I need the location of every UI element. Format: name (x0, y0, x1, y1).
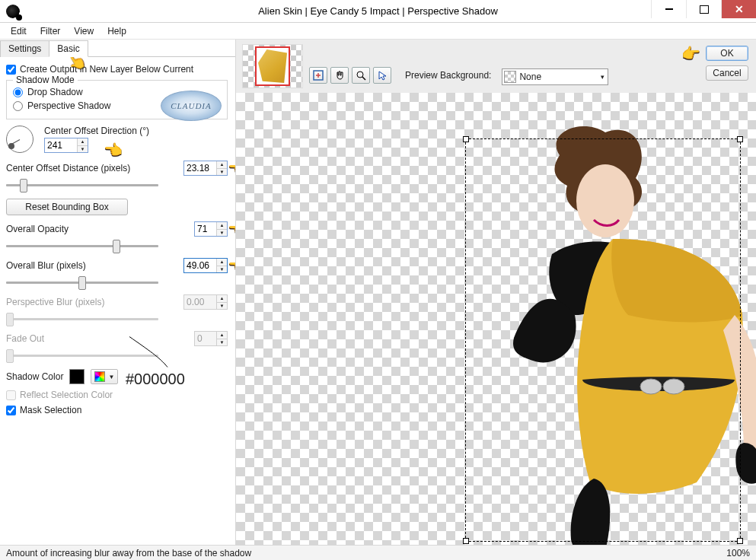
selection-handle-br[interactable] (737, 538, 743, 544)
preview-bg-value: None (519, 72, 541, 82)
menu-filter[interactable]: Filter (34, 24, 67, 38)
perspective-blur-input (184, 296, 216, 308)
reflect-selection-label: Reflect Selection Color (20, 390, 113, 400)
radio-perspective-shadow[interactable] (13, 101, 23, 111)
cursor-icon (377, 70, 388, 81)
overall-blur-label: Overall Blur (pixels) (6, 260, 86, 271)
dir-step-up[interactable]: ▲ (78, 138, 88, 146)
tab-settings[interactable]: Settings (0, 40, 49, 57)
layer-thumbnail-strip[interactable] (242, 44, 303, 88)
radio-perspective-shadow-label: Perspective Shadow (27, 100, 110, 111)
tabs: Settings Basic (0, 40, 235, 57)
reset-bounding-box-button[interactable]: Reset Bounding Box (6, 199, 128, 215)
titlebar: Alien Skin | Eye Candy 5 Impact | Perspe… (0, 0, 756, 23)
center-offset-dist-spin: ▲ ▼ (183, 161, 228, 176)
blur-step-up[interactable]: ▲ (217, 259, 227, 266)
maximize-button[interactable] (686, 0, 721, 18)
reflect-selection-checkbox (6, 390, 16, 400)
overall-blur-input[interactable] (184, 259, 216, 272)
main-area: Settings Basic Create Output in New Laye… (0, 40, 756, 545)
dir-step-down[interactable]: ▼ (78, 146, 88, 153)
statusbar: Amount of increasing blur away from the … (0, 545, 756, 560)
opacity-step-up[interactable]: ▲ (217, 222, 227, 230)
mask-selection-label: Mask Selection (20, 405, 81, 415)
cancel-button[interactable]: Cancel (706, 65, 748, 81)
radio-drop-shadow[interactable] (13, 88, 23, 97)
shadow-color-swatch[interactable] (69, 369, 85, 384)
tab-basic[interactable]: Basic (49, 40, 88, 57)
close-button[interactable] (721, 0, 756, 18)
selection-box[interactable] (465, 138, 741, 542)
fade-step-up: ▲ (217, 332, 227, 339)
selection-handle-bl[interactable] (463, 538, 469, 544)
pblur-step-down: ▼ (217, 303, 227, 310)
chevron-down-icon: ▾ (601, 73, 604, 81)
perspective-blur-slider (6, 313, 158, 326)
center-offset-dist-slider[interactable] (6, 179, 158, 192)
window-title: Alien Skin | Eye Candy 5 Impact | Perspe… (0, 5, 756, 17)
center-offset-dist-label: Center Offset Distance (pixels) (6, 163, 130, 173)
selection-handle-tl[interactable] (463, 136, 469, 142)
fit-view-button[interactable] (309, 67, 327, 84)
perspective-blur-label: Perspective Blur (pixels) (6, 297, 104, 307)
zoom-button[interactable] (352, 67, 370, 84)
blur-step-down[interactable]: ▼ (217, 266, 227, 273)
fade-out-spin: ▲ ▼ (194, 331, 228, 346)
menu-help[interactable]: Help (101, 24, 132, 38)
dist-step-up[interactable]: ▲ (217, 161, 227, 169)
overall-opacity-spin: ▲ ▼ (194, 221, 228, 237)
overall-opacity-input[interactable] (195, 223, 216, 235)
claudia-badge-text: CLAUDIA (171, 101, 211, 110)
menu-edit[interactable]: Edit (5, 24, 33, 38)
preview-toolbar: Preview Background: None ▾ OK 👉 Cancel (236, 40, 756, 93)
overall-opacity-label: Overall Opacity (6, 224, 69, 234)
svg-point-1 (357, 72, 363, 78)
minimize-button[interactable] (651, 0, 686, 18)
overall-opacity-slider[interactable] (6, 240, 158, 253)
hand-icon (334, 70, 345, 81)
selected-thumbnail[interactable] (255, 46, 290, 86)
shadow-mode-legend: Shadow Mode (13, 75, 78, 85)
fit-view-icon (313, 70, 324, 81)
center-offset-dir-spin: ▲ ▼ (44, 138, 88, 153)
perspective-blur-spin: ▲ ▼ (183, 294, 228, 310)
center-offset-dir-label: Center Offset Direction (°) (44, 126, 149, 136)
mask-selection-checkbox[interactable] (6, 406, 16, 415)
preview-bg-label: Preview Background: (405, 70, 491, 81)
radio-drop-shadow-label: Drop Shadow (27, 87, 83, 97)
fade-out-label: Fade Out (6, 333, 44, 344)
transparent-sample-icon (504, 71, 516, 83)
pblur-step-up: ▲ (217, 295, 227, 303)
center-offset-dir-input[interactable] (45, 139, 77, 151)
chevron-down-icon: ▼ (108, 374, 114, 380)
dist-step-down[interactable]: ▼ (217, 169, 227, 176)
palette-icon (94, 371, 105, 382)
dialog-buttons: OK 👉 Cancel (706, 46, 748, 81)
ok-button[interactable]: OK (706, 46, 748, 61)
selection-handle-tr[interactable] (737, 136, 743, 142)
pan-button[interactable] (330, 67, 349, 84)
app-icon (6, 5, 20, 18)
shadow-color-label: Shadow Color (6, 371, 63, 382)
opacity-step-down[interactable]: ▼ (217, 230, 227, 237)
pointer-icon: 👈 (228, 220, 235, 238)
preview-canvas[interactable] (236, 93, 756, 545)
overall-blur-slider[interactable] (6, 276, 158, 290)
shadow-color-picker-button[interactable]: ▼ (91, 369, 118, 384)
claudia-badge: CLAUDIA (161, 91, 222, 121)
preview-bg-select[interactable]: None ▾ (502, 68, 608, 85)
fade-out-input (195, 332, 216, 345)
status-zoom: 100% (726, 548, 750, 558)
hex-note: #000000 (126, 371, 185, 388)
fade-out-slider (6, 349, 158, 363)
create-output-label: Create Output in New Layer Below Current (20, 64, 193, 75)
menu-view[interactable]: View (68, 24, 100, 38)
pointer-icon: 👈 (228, 159, 235, 177)
menubar: Edit Filter View Help (0, 23, 756, 40)
right-panel: Preview Background: None ▾ OK 👉 Cancel (236, 40, 756, 545)
center-offset-dist-input[interactable] (184, 162, 216, 174)
create-output-checkbox[interactable] (6, 65, 16, 75)
direction-dial[interactable] (6, 126, 33, 153)
svg-line-2 (362, 77, 365, 80)
pointer-button[interactable] (373, 67, 391, 84)
